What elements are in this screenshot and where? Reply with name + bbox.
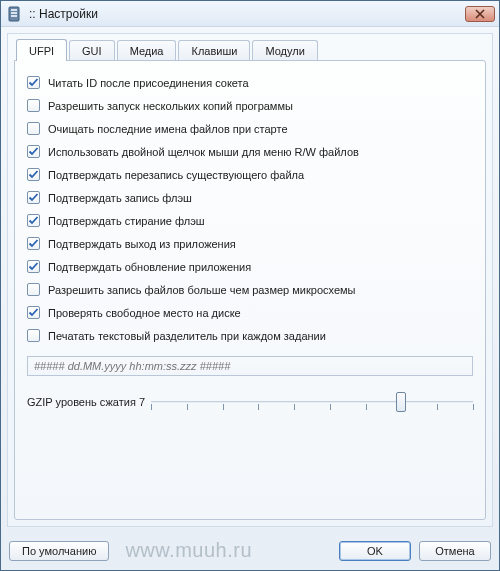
option-row: Разрешить запуск нескольких копий програ… — [27, 99, 473, 112]
slider-tick — [294, 404, 295, 410]
close-button[interactable] — [465, 6, 495, 22]
option-row: Подтверждать перезапись существующего фа… — [27, 168, 473, 181]
window-title: :: Настройки — [29, 7, 98, 21]
slider-tick — [366, 404, 367, 410]
option-checkbox[interactable] — [27, 168, 40, 181]
option-row: Разрешить запись файлов больше чем разме… — [27, 283, 473, 296]
tab-page-ufpi: Читать ID после присоединения сокетаРазр… — [14, 60, 486, 520]
svg-rect-1 — [11, 9, 17, 11]
option-row: Проверять свободное место на диске — [27, 306, 473, 319]
defaults-button[interactable]: По умолчанию — [9, 541, 109, 561]
tab-modules[interactable]: Модули — [252, 40, 317, 61]
options-list: Читать ID после присоединения сокетаРазр… — [27, 76, 473, 342]
tab-gui[interactable]: GUI — [69, 40, 115, 61]
option-row: Подтверждать выход из приложения — [27, 237, 473, 250]
client-area: UFPI GUI Медиа Клавиши Модули Читать ID … — [7, 33, 493, 527]
slider-tick — [330, 404, 331, 410]
bottom-bar: По умолчанию www.muuh.ru OK Отмена — [1, 533, 499, 570]
option-checkbox[interactable] — [27, 145, 40, 158]
option-checkbox[interactable] — [27, 260, 40, 273]
option-row: Подтверждать запись флэш — [27, 191, 473, 204]
slider-tick — [187, 404, 188, 410]
slider-tick — [151, 404, 152, 410]
tab-media[interactable]: Медиа — [117, 40, 177, 61]
option-checkbox[interactable] — [27, 122, 40, 135]
slider-tick — [473, 404, 474, 410]
svg-rect-3 — [11, 15, 17, 17]
option-row: Печатать текстовый разделитель при каждо… — [27, 329, 473, 342]
titlebar: :: Настройки — [1, 1, 499, 27]
option-checkbox[interactable] — [27, 191, 40, 204]
tab-keys[interactable]: Клавиши — [178, 40, 250, 61]
svg-rect-2 — [11, 12, 17, 14]
option-checkbox[interactable] — [27, 306, 40, 319]
option-row: Использовать двойной щелчок мыши для мен… — [27, 145, 473, 158]
option-row: Очищать последние имена файлов при старт… — [27, 122, 473, 135]
separator-template-field[interactable] — [27, 356, 473, 376]
option-checkbox[interactable] — [27, 329, 40, 342]
option-label: Очищать последние имена файлов при старт… — [48, 123, 288, 135]
gzip-slider-label: GZIP уровень сжатия 7 — [27, 396, 145, 408]
option-label: Читать ID после присоединения сокета — [48, 77, 249, 89]
option-label: Разрешить запись файлов больше чем разме… — [48, 284, 355, 296]
option-label: Разрешить запуск нескольких копий програ… — [48, 100, 293, 112]
option-checkbox[interactable] — [27, 214, 40, 227]
gzip-slider[interactable] — [151, 390, 473, 414]
option-checkbox[interactable] — [27, 237, 40, 250]
tabs-row: UFPI GUI Медиа Клавиши Модули — [14, 40, 486, 61]
watermark-text: www.muuh.ru — [125, 539, 252, 562]
option-label: Печатать текстовый разделитель при каждо… — [48, 330, 326, 342]
option-label: Подтверждать запись флэш — [48, 192, 192, 204]
option-label: Использовать двойной щелчок мыши для мен… — [48, 146, 359, 158]
option-checkbox[interactable] — [27, 283, 40, 296]
option-label: Подтверждать обновление приложения — [48, 261, 251, 273]
gzip-slider-row: GZIP уровень сжатия 7 — [27, 390, 473, 414]
slider-tick — [437, 404, 438, 410]
option-label: Подтверждать стирание флэш — [48, 215, 205, 227]
settings-window: :: Настройки UFPI GUI Медиа Клавиши Моду… — [0, 0, 500, 571]
option-label: Проверять свободное место на диске — [48, 307, 241, 319]
tab-ufpi[interactable]: UFPI — [16, 39, 67, 61]
option-row: Читать ID после присоединения сокета — [27, 76, 473, 89]
slider-tick — [223, 404, 224, 410]
option-label: Подтверждать перезапись существующего фа… — [48, 169, 304, 181]
option-row: Подтверждать обновление приложения — [27, 260, 473, 273]
option-row: Подтверждать стирание флэш — [27, 214, 473, 227]
slider-tick — [258, 404, 259, 410]
option-label: Подтверждать выход из приложения — [48, 238, 236, 250]
option-checkbox[interactable] — [27, 99, 40, 112]
option-checkbox[interactable] — [27, 76, 40, 89]
app-icon — [7, 6, 23, 22]
ok-button[interactable]: OK — [339, 541, 411, 561]
cancel-button[interactable]: Отмена — [419, 541, 491, 561]
slider-thumb[interactable] — [396, 392, 406, 412]
